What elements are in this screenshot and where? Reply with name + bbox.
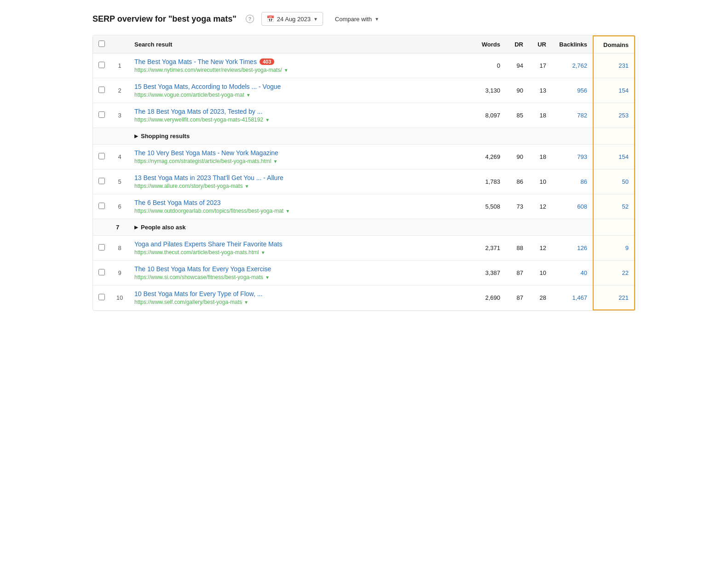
row-checkbox[interactable] [98,269,105,275]
row-backlinks[interactable]: 126 [552,236,593,261]
url-expand-arrow[interactable]: ▼ [273,159,277,164]
row-checkbox-cell [93,236,110,261]
row-domains[interactable]: 9 [593,236,635,261]
result-title-link[interactable]: The Best Yoga Mats - The New York Times … [134,58,463,65]
row-result-cell: 10 Best Yoga Mats for Every Type of Flow… [129,286,469,310]
row-checkbox[interactable] [98,178,105,184]
row-checkbox[interactable] [98,294,105,300]
result-url: https://www.verywellfit.com/best-yoga-ma… [134,117,463,123]
row-domains[interactable]: 154 [593,78,635,103]
row-number: 5 [110,169,129,194]
row-number: 4 [110,145,129,169]
row-dr: 88 [506,236,529,261]
header-dr: DR [506,36,529,53]
result-title-link[interactable]: 13 Best Yoga Mats in 2023 That'll Get Yo… [134,174,463,181]
header-ur: UR [529,36,552,53]
table-row: 1010 Best Yoga Mats for Every Type of Fl… [93,286,635,310]
row-ur: 28 [529,286,552,310]
row-domains[interactable]: 22 [593,261,635,286]
row-checkbox-cell [93,53,110,78]
row-domains[interactable]: 50 [593,169,635,194]
row-checkbox[interactable] [98,244,105,251]
table-row: 4The 10 Very Best Yoga Mats - New York M… [93,145,635,169]
error-badge: 403 [260,58,274,65]
section-row: 7▶ People also ask [93,219,635,236]
row-domains[interactable]: 221 [593,286,635,310]
result-url: https://nymag.com/strategist/article/bes… [134,158,463,164]
url-expand-arrow[interactable]: ▼ [261,250,266,255]
result-title-link[interactable]: Yoga and Pilates Experts Share Their Fav… [134,240,463,248]
row-result-cell: Yoga and Pilates Experts Share Their Fav… [129,236,469,261]
url-expand-arrow[interactable]: ▼ [285,209,290,214]
section-expand-icon: ▶ [134,134,138,139]
row-checkbox[interactable] [98,203,105,209]
section-expand-icon: ▶ [134,225,138,230]
row-checkbox[interactable] [98,62,105,68]
row-backlinks[interactable]: 86 [552,169,593,194]
table-row: 1The Best Yoga Mats - The New York Times… [93,53,635,78]
serp-table-wrapper: Search result Words DR UR Backlinks Doma… [92,35,636,311]
table-header-row: Search result Words DR UR Backlinks Doma… [93,36,635,53]
row-backlinks[interactable]: 782 [552,103,593,128]
url-expand-arrow[interactable]: ▼ [265,275,270,280]
row-domains[interactable]: 52 [593,194,635,219]
row-words: 0 [469,53,506,78]
page-title: SERP overview for "best yoga mats" [92,14,237,24]
row-words: 4,269 [469,145,506,169]
result-url: https://www.outdoorgearlab.com/topics/fi… [134,208,463,214]
row-words: 3,130 [469,78,506,103]
result-title-link[interactable]: The 10 Best Yoga Mats for Every Yoga Exe… [134,265,463,273]
url-expand-arrow[interactable]: ▼ [244,300,248,305]
result-title-link[interactable]: 10 Best Yoga Mats for Every Type of Flow… [134,290,463,297]
row-number: 6 [110,194,129,219]
section-label[interactable]: ▶ People also ask [129,219,593,236]
row-ur: 12 [529,194,552,219]
header-checkbox-cell [93,36,110,53]
row-dr: 86 [506,169,529,194]
table-row: 513 Best Yoga Mats in 2023 That'll Get Y… [93,169,635,194]
date-label: 24 Aug 2023 [277,16,311,23]
row-checkbox-cell [93,261,110,286]
result-title-link[interactable]: The 18 Best Yoga Mats of 2023, Tested by… [134,108,463,115]
table-row: 8Yoga and Pilates Experts Share Their Fa… [93,236,635,261]
help-icon[interactable]: ? [246,15,254,23]
row-words: 3,387 [469,261,506,286]
url-expand-arrow[interactable]: ▼ [265,117,270,122]
result-title-link[interactable]: The 6 Best Yoga Mats of 2023 [134,199,463,206]
row-domains[interactable]: 231 [593,53,635,78]
result-title-link[interactable]: 15 Best Yoga Mats, According to Models .… [134,83,463,90]
row-ur: 12 [529,236,552,261]
row-checkbox[interactable] [98,111,105,118]
row-backlinks[interactable]: 1,467 [552,286,593,310]
url-expand-arrow[interactable]: ▼ [284,68,289,73]
header: SERP overview for "best yoga mats" ? 📅 2… [92,7,636,35]
row-backlinks[interactable]: 956 [552,78,593,103]
header-domains: Domains [593,36,635,53]
row-dr: 85 [506,103,529,128]
url-expand-arrow[interactable]: ▼ [246,93,251,98]
url-expand-arrow[interactable]: ▼ [244,184,249,189]
row-checkbox[interactable] [98,153,105,159]
row-backlinks[interactable]: 40 [552,261,593,286]
table-row: 6The 6 Best Yoga Mats of 2023https://www… [93,194,635,219]
row-checkbox-cell [93,145,110,169]
result-title-link[interactable]: The 10 Very Best Yoga Mats - New York Ma… [134,149,463,157]
table-row: 215 Best Yoga Mats, According to Models … [93,78,635,103]
row-ur: 10 [529,169,552,194]
page-wrapper: SERP overview for "best yoga mats" ? 📅 2… [83,0,645,318]
row-backlinks[interactable]: 608 [552,194,593,219]
compare-with-button[interactable]: Compare with ▼ [330,13,384,25]
row-backlinks[interactable]: 793 [552,145,593,169]
row-dr: 90 [506,145,529,169]
row-result-cell: 15 Best Yoga Mats, According to Models .… [129,78,469,103]
row-checkbox[interactable] [98,87,105,93]
row-backlinks[interactable]: 2,762 [552,53,593,78]
date-picker-button[interactable]: 📅 24 Aug 2023 ▼ [261,12,323,26]
row-domains[interactable]: 253 [593,103,635,128]
row-ur: 10 [529,261,552,286]
section-label[interactable]: ▶ Shopping results [129,128,593,145]
header-num [110,36,129,53]
section-domains-cell [593,128,635,145]
select-all-checkbox[interactable] [98,41,105,47]
row-domains[interactable]: 154 [593,145,635,169]
